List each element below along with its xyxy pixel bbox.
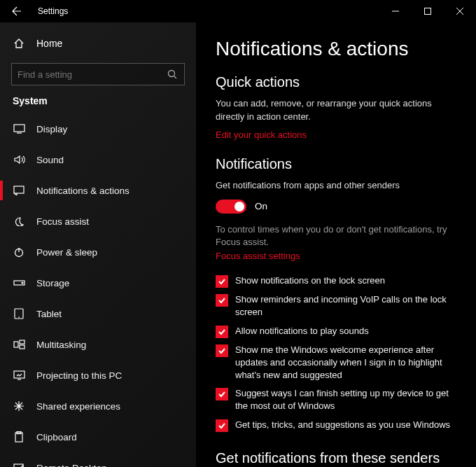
quick-actions-description: You can add, remove, or rearrange your q… xyxy=(216,97,454,124)
checkbox[interactable] xyxy=(216,344,228,357)
notifications-section: Notifications Get notifications from app… xyxy=(216,156,456,432)
sidebar-item-power-sleep[interactable]: Power & sleep xyxy=(0,237,196,267)
checkbox-row: Show reminders and incoming VoIP calls o… xyxy=(216,293,454,319)
checkbox-label: Show notifications on the lock screen xyxy=(235,274,385,287)
remote-desktop-icon xyxy=(13,461,25,467)
maximize-button[interactable] xyxy=(412,0,444,22)
focus-assist-icon xyxy=(13,215,25,228)
sidebar-item-projecting[interactable]: Projecting to this PC xyxy=(0,360,196,391)
sidebar-nav: Display Sound Notifications & actions Fo… xyxy=(0,113,196,467)
close-button[interactable] xyxy=(444,0,476,22)
nav-label: Remote Desktop xyxy=(36,463,107,468)
notification-checkboxes: Show notifications on the lock screenSho… xyxy=(216,274,456,431)
clipboard-icon xyxy=(13,431,25,443)
svg-rect-18 xyxy=(14,371,24,378)
power-icon xyxy=(13,246,25,258)
projecting-icon xyxy=(13,369,25,382)
toggle-state: On xyxy=(255,201,267,211)
senders-heading: Get notifications from these senders xyxy=(216,450,456,466)
home-label: Home xyxy=(36,38,62,49)
tablet-icon xyxy=(13,307,25,320)
home-nav[interactable]: Home xyxy=(0,31,196,56)
nav-label: Sound xyxy=(36,155,64,165)
sound-icon xyxy=(13,153,25,166)
checkbox-row: Suggest ways I can finish setting up my … xyxy=(216,387,454,412)
multitasking-icon xyxy=(13,338,25,351)
display-icon xyxy=(13,123,25,135)
checkbox[interactable] xyxy=(216,419,228,432)
sidebar-item-notifications[interactable]: Notifications & actions xyxy=(0,175,196,206)
minimize-button[interactable] xyxy=(379,0,412,22)
quick-actions-heading: Quick actions xyxy=(216,74,456,90)
window-title: Settings xyxy=(38,6,68,16)
checkbox-label: Suggest ways I can finish setting up my … xyxy=(235,387,454,412)
svg-rect-6 xyxy=(14,125,24,132)
back-button[interactable] xyxy=(0,0,34,22)
svg-rect-16 xyxy=(20,340,24,344)
nav-label: Shared experiences xyxy=(36,401,120,412)
svg-rect-1 xyxy=(425,8,431,15)
category-label: System xyxy=(0,95,196,113)
checkbox-row: Get tips, tricks, and suggestions as you… xyxy=(216,419,454,432)
edit-quick-actions-link[interactable]: Edit your quick actions xyxy=(216,130,307,140)
sidebar-item-clipboard[interactable]: Clipboard xyxy=(0,421,196,452)
sidebar-item-storage[interactable]: Storage xyxy=(0,267,196,298)
nav-label: Focus assist xyxy=(36,216,89,227)
checkbox-label: Show reminders and incoming VoIP calls o… xyxy=(235,293,454,319)
nav-label: Display xyxy=(36,124,67,134)
sidebar: Home System Display Sound Notifications … xyxy=(0,22,196,467)
shared-experiences-icon xyxy=(13,400,25,412)
nav-label: Notifications & actions xyxy=(36,186,130,196)
search-input[interactable] xyxy=(18,69,166,80)
sidebar-item-sound[interactable]: Sound xyxy=(0,144,196,175)
checkbox-label: Allow notifications to play sounds xyxy=(235,325,369,337)
checkbox-row: Allow notifications to play sounds xyxy=(216,325,454,338)
sidebar-item-tablet[interactable]: Tablet xyxy=(0,298,196,329)
nav-label: Projecting to this PC xyxy=(36,370,122,381)
checkbox-label: Show me the Windows welcome experience a… xyxy=(235,344,454,382)
nav-label: Clipboard xyxy=(36,432,77,442)
search-icon xyxy=(166,68,178,81)
nav-label: Tablet xyxy=(36,309,62,319)
svg-point-12 xyxy=(22,282,23,284)
checkbox[interactable] xyxy=(216,275,228,288)
search-box[interactable] xyxy=(11,63,185,85)
home-icon xyxy=(13,37,25,50)
content-pane: Notifications & actions Quick actions Yo… xyxy=(196,22,476,467)
sidebar-item-shared-experiences[interactable]: Shared experiences xyxy=(0,391,196,421)
titlebar: Settings xyxy=(0,0,476,22)
checkbox[interactable] xyxy=(216,294,228,307)
notifications-icon xyxy=(13,184,25,197)
nav-label: Storage xyxy=(36,278,69,288)
svg-rect-17 xyxy=(20,345,24,349)
focus-assist-text: To control times when you do or don't ge… xyxy=(216,223,454,250)
checkbox-label: Get tips, tricks, and suggestions as you… xyxy=(235,419,450,431)
checkbox[interactable] xyxy=(216,388,228,400)
nav-label: Multitasking xyxy=(36,340,86,350)
focus-assist-link[interactable]: Focus assist settings xyxy=(216,251,300,261)
checkbox-row: Show me the Windows welcome experience a… xyxy=(216,344,454,382)
checkbox-row: Show notifications on the lock screen xyxy=(216,274,454,288)
notifications-heading: Notifications xyxy=(216,156,456,172)
checkbox[interactable] xyxy=(216,326,228,338)
svg-line-5 xyxy=(174,76,177,79)
notifications-toggle-label: Get notifications from apps and other se… xyxy=(216,179,454,193)
sidebar-item-focus-assist[interactable]: Focus assist xyxy=(0,206,196,237)
svg-rect-8 xyxy=(14,186,24,193)
storage-icon xyxy=(13,277,25,289)
sidebar-item-display[interactable]: Display xyxy=(0,113,196,144)
notifications-toggle[interactable] xyxy=(216,200,246,214)
svg-rect-15 xyxy=(14,342,18,347)
page-title: Notifications & actions xyxy=(216,38,456,60)
nav-label: Power & sleep xyxy=(36,247,97,258)
svg-point-4 xyxy=(169,71,175,77)
sidebar-item-remote-desktop[interactable]: Remote Desktop xyxy=(0,452,196,467)
quick-actions-section: Quick actions You can add, remove, or re… xyxy=(216,74,456,141)
sidebar-item-multitasking[interactable]: Multitasking xyxy=(0,329,196,360)
